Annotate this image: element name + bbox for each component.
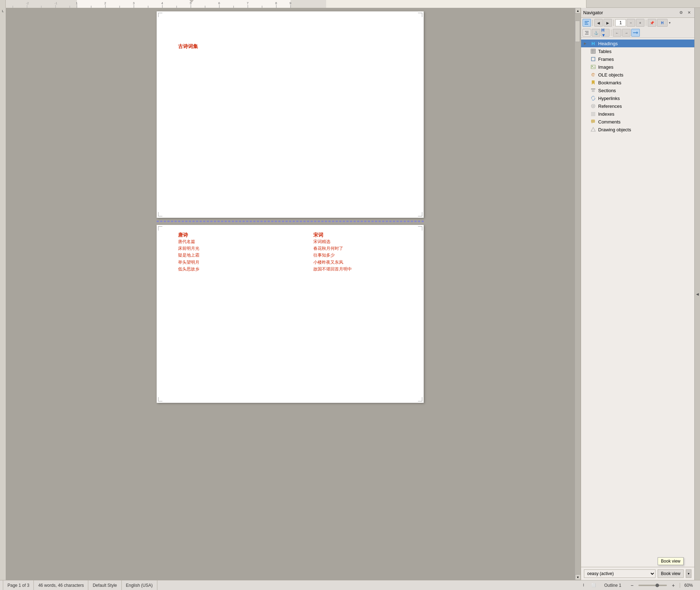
nav-category-dropdown[interactable]: H ▼ — [657, 19, 671, 27]
nav-item-indexes[interactable]: Indexes — [581, 110, 694, 118]
page1-heading: 古诗词集 — [178, 43, 198, 50]
page-corner-tr — [418, 13, 422, 17]
svg-rect-45 — [591, 49, 595, 53]
nav-item-tables[interactable]: Tables — [581, 47, 694, 55]
scroll-down-button[interactable]: ▼ — [575, 574, 581, 580]
nav-item-sections[interactable]: Sections — [581, 86, 694, 94]
nav-close-button[interactable]: ✕ — [686, 10, 692, 16]
zoom-thumb[interactable] — [655, 584, 659, 587]
page-2-corner-tr — [418, 226, 422, 231]
nav-item-headings[interactable]: ▶ H Headings — [581, 39, 694, 47]
images-icon — [590, 64, 596, 70]
page2-left-line3: 举头望明月 — [178, 259, 199, 266]
nav-item-references[interactable]: References — [581, 102, 694, 110]
nav-anchor-btn[interactable]: ⚓ — [592, 29, 600, 37]
toolbar-sep-1 — [592, 20, 593, 26]
status-outline: Outline 1 — [600, 583, 626, 588]
vertical-scrollbar[interactable]: ▲ ▼ — [575, 8, 580, 580]
status-language[interactable]: English (USA) — [122, 580, 157, 590]
language-text: English (USA) — [126, 583, 153, 588]
zoom-text: 60% — [684, 583, 693, 588]
page-break-line — [157, 221, 424, 222]
nav-book-view-button[interactable]: Book view — [658, 569, 684, 578]
page2-right-line4: 故国不堪回首月明中 — [313, 266, 352, 273]
ole-icon: OL — [590, 72, 596, 78]
nav-item-drawing-objects[interactable]: Drawing objects — [581, 126, 694, 133]
nav-prev-page-btn[interactable]: ◀ — [594, 19, 603, 27]
frames-label: Frames — [598, 57, 614, 62]
nav-toggle-btn[interactable] — [583, 19, 591, 27]
scroll-track[interactable] — [575, 14, 580, 574]
nav-h-style-btn[interactable]: H ▼ — [601, 29, 610, 37]
zoom-out-icon[interactable]: − — [628, 582, 636, 589]
svg-rect-34 — [291, 0, 326, 8]
word-count-text: 46 words, 46 characters — [38, 583, 84, 588]
svg-rect-9 — [77, 0, 291, 8]
nav-h-btn[interactable]: H — [657, 19, 668, 27]
status-zoom[interactable]: 60% — [680, 583, 697, 588]
svg-rect-41 — [586, 32, 589, 33]
zoom-in-icon[interactable]: + — [670, 582, 677, 589]
nav-item-hyperlinks[interactable]: Hyperlinks — [581, 94, 694, 102]
page2-right-line3: 小楼昨夜又东风 — [313, 259, 352, 266]
status-page-info: Page 1 of 3 — [3, 580, 34, 590]
status-word-count: 46 words, 46 characters — [34, 580, 88, 590]
nav-expand-right-btn[interactable] — [631, 29, 640, 37]
app-container: -2 -1 1 2 3 — [0, 0, 700, 590]
nav-style-select[interactable]: oeasy (active) — [584, 569, 655, 578]
nav-item-comments[interactable]: Comments — [581, 118, 694, 126]
document-area[interactable]: 古诗词集 唐诗 唐代名篇 床前明月光 疑是地上霜 举头望明月 低头思故乡 — [6, 8, 575, 580]
nav-pin-btn[interactable]: 📌 — [648, 19, 656, 27]
scroll-up-button[interactable]: ▲ — [575, 8, 581, 14]
svg-text:6: 6 — [218, 1, 220, 5]
indexes-label: Indexes — [598, 111, 615, 117]
nav-next-page-btn[interactable]: ▶ — [604, 19, 612, 27]
page2-right-subtitle: 宋词精选 — [313, 238, 352, 245]
nav-settings-icon[interactable]: ⚙ — [678, 10, 684, 16]
nav-toolbar-row-2: ⚓ H ▼ ← → — [581, 28, 694, 38]
svg-rect-42 — [585, 34, 589, 35]
scroll-thumb[interactable] — [575, 21, 580, 42]
page2-left-line2: 疑是地上霜 — [178, 252, 199, 259]
text-cursor-icon[interactable]: I — [580, 582, 587, 589]
indexes-icon — [590, 111, 596, 117]
nav-plus-btn[interactable]: + — [636, 19, 644, 27]
nav-item-frames[interactable]: Frames — [581, 55, 694, 63]
nav-page-input[interactable]: 1 — [615, 19, 626, 26]
book-view-tooltip-text: Book view — [661, 559, 680, 564]
zoom-slider[interactable] — [638, 585, 667, 586]
main-content: L 古诗词集 — [0, 8, 700, 580]
nav-book-view-dropdown[interactable]: ▼ — [686, 569, 691, 578]
svg-marker-67 — [592, 123, 592, 124]
nav-item-images[interactable]: Images — [581, 63, 694, 71]
nav-item-ole[interactable]: OL OLE objects — [581, 71, 694, 79]
page-2-corner-bl — [158, 397, 162, 401]
status-bar: Page 1 of 3 46 words, 46 characters Defa… — [0, 580, 700, 590]
nav-minus-btn[interactable]: − — [627, 19, 635, 27]
svg-rect-43 — [633, 32, 637, 33]
navigator-toolbar: ◀ ▶ 1 − + 📌 H ▼ — [581, 18, 694, 38]
right-collapse-button[interactable]: ◀ — [694, 8, 700, 580]
nav-h-dropdown-arrow[interactable]: ▼ — [668, 21, 671, 25]
zoom-slider-container — [638, 585, 667, 586]
page2-right-line2: 往事知多少 — [313, 252, 352, 259]
selection-icon[interactable]: ⬜ — [590, 582, 597, 589]
svg-point-61 — [593, 106, 594, 106]
svg-text:8: 8 — [275, 1, 277, 5]
svg-rect-58 — [592, 91, 595, 92]
navigator-title: Navigator — [583, 10, 603, 15]
headings-icon: H — [590, 41, 596, 46]
navigator-tree[interactable]: ▶ H Headings — [581, 38, 694, 567]
nav-left-arrow-btn[interactable]: ← — [613, 29, 621, 37]
svg-rect-66 — [591, 120, 595, 123]
status-style[interactable]: Default Style — [88, 580, 121, 590]
svg-marker-44 — [637, 31, 638, 34]
frames-icon — [590, 56, 596, 62]
page-2: 唐诗 唐代名篇 床前明月光 疑是地上霜 举头望明月 低头思故乡 宋词 宋词精选 … — [157, 225, 424, 403]
nav-item-bookmarks[interactable]: Bookmarks — [581, 79, 694, 86]
svg-rect-39 — [585, 24, 588, 25]
nav-outline-btn[interactable] — [583, 29, 591, 37]
nav-right-arrow-btn[interactable]: → — [622, 29, 631, 37]
page-2-left-column: 唐诗 唐代名篇 床前明月光 疑是地上霜 举头望明月 低头思故乡 — [178, 232, 199, 273]
toolbar-sep-2 — [613, 20, 614, 26]
